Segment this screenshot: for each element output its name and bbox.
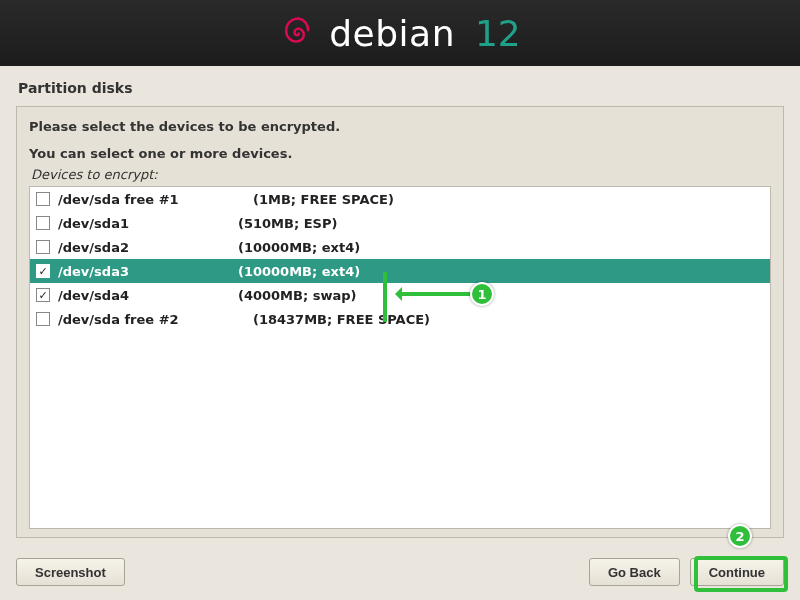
device-detail: (10000MB; ext4) bbox=[238, 240, 360, 255]
instruction-secondary: You can select one or more devices. bbox=[29, 146, 771, 161]
debian-swirl-icon bbox=[279, 13, 315, 53]
device-name: /dev/sda free #2 bbox=[58, 312, 253, 327]
device-row[interactable]: /dev/sda free #1(1MB; FREE SPACE) bbox=[30, 187, 770, 211]
device-row[interactable]: /dev/sda1(510MB; ESP) bbox=[30, 211, 770, 235]
device-detail: (1MB; FREE SPACE) bbox=[253, 192, 394, 207]
page-title: Partition disks bbox=[0, 66, 800, 106]
device-name: /dev/sda4 bbox=[58, 288, 238, 303]
device-checkbox[interactable] bbox=[36, 216, 50, 230]
brand-version: 12 bbox=[475, 13, 521, 54]
device-checkbox[interactable]: ✓ bbox=[36, 288, 50, 302]
device-row[interactable]: /dev/sda free #2(18437MB; FREE SPACE) bbox=[30, 307, 770, 331]
device-detail: (18437MB; FREE SPACE) bbox=[253, 312, 430, 327]
device-name: /dev/sda free #1 bbox=[58, 192, 253, 207]
device-checkbox[interactable] bbox=[36, 192, 50, 206]
footer: Screenshot Go Back Continue bbox=[0, 544, 800, 600]
device-name: /dev/sda2 bbox=[58, 240, 238, 255]
device-checkbox[interactable]: ✓ bbox=[36, 264, 50, 278]
device-row[interactable]: ✓/dev/sda3(10000MB; ext4) bbox=[30, 259, 770, 283]
screenshot-button[interactable]: Screenshot bbox=[16, 558, 125, 586]
device-row[interactable]: ✓/dev/sda4(4000MB; swap) bbox=[30, 283, 770, 307]
instruction-primary: Please select the devices to be encrypte… bbox=[29, 119, 771, 134]
device-name: /dev/sda3 bbox=[58, 264, 238, 279]
continue-button[interactable]: Continue bbox=[690, 558, 784, 586]
device-detail: (10000MB; ext4) bbox=[238, 264, 360, 279]
installer-banner: debian 12 bbox=[0, 0, 800, 66]
device-detail: (4000MB; swap) bbox=[238, 288, 356, 303]
device-detail: (510MB; ESP) bbox=[238, 216, 337, 231]
device-row[interactable]: /dev/sda2(10000MB; ext4) bbox=[30, 235, 770, 259]
device-checkbox[interactable] bbox=[36, 240, 50, 254]
device-checkbox[interactable] bbox=[36, 312, 50, 326]
devices-label: Devices to encrypt: bbox=[29, 167, 771, 182]
brand-name: debian bbox=[329, 13, 455, 54]
device-name: /dev/sda1 bbox=[58, 216, 238, 231]
device-list[interactable]: /dev/sda free #1(1MB; FREE SPACE)/dev/sd… bbox=[29, 186, 771, 529]
partition-panel: Please select the devices to be encrypte… bbox=[16, 106, 784, 538]
go-back-button[interactable]: Go Back bbox=[589, 558, 680, 586]
